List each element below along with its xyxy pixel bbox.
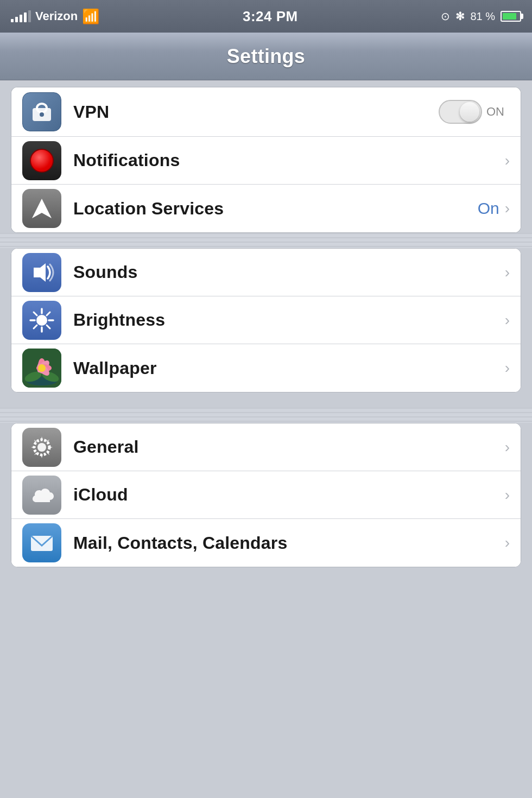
main-group: General › iCloud › xyxy=(11,423,521,567)
display-group: Sounds › Brightness › xyxy=(11,248,521,392)
svg-line-12 xyxy=(47,312,50,315)
wifi-icon: 📶 xyxy=(82,8,99,25)
signal-bar-4 xyxy=(24,12,27,22)
signal-bar-2 xyxy=(15,17,18,22)
notifications-row[interactable]: Notifications › xyxy=(11,137,521,185)
icloud-label: iCloud xyxy=(73,485,505,505)
general-row[interactable]: General › xyxy=(11,423,521,471)
svg-point-5 xyxy=(36,315,47,326)
general-label: General xyxy=(73,437,505,457)
carrier-label: Verizon xyxy=(35,9,78,23)
brightness-icon xyxy=(22,301,61,340)
vpn-svg xyxy=(28,98,55,125)
sounds-icon xyxy=(22,253,61,292)
sounds-svg xyxy=(28,259,55,286)
vpn-row[interactable]: VPN ON xyxy=(11,87,521,136)
svg-point-23 xyxy=(37,443,46,452)
page-title: Settings xyxy=(227,45,305,68)
svg-line-13 xyxy=(34,325,37,328)
battery-fill xyxy=(503,13,516,20)
sounds-row[interactable]: Sounds › xyxy=(11,249,521,296)
mail-row[interactable]: Mail, Contacts, Calendars › xyxy=(11,519,521,567)
brightness-row[interactable]: Brightness › xyxy=(11,296,521,344)
brightness-label: Brightness xyxy=(73,310,505,330)
mail-icon xyxy=(22,523,61,562)
vpn-toggle-label: ON xyxy=(486,105,504,119)
mail-svg xyxy=(27,528,56,558)
location-services-label: Location Services xyxy=(73,199,478,219)
wallpaper-label: Wallpaper xyxy=(73,358,505,378)
battery-percent: 81 % xyxy=(470,10,495,23)
location-svg xyxy=(30,197,54,220)
sounds-label: Sounds xyxy=(73,262,505,282)
vpn-toggle[interactable]: ON xyxy=(439,100,504,124)
icloud-svg xyxy=(27,480,56,510)
svg-marker-4 xyxy=(34,263,46,282)
location-services-value: On xyxy=(478,199,499,218)
battery-indicator xyxy=(501,11,521,22)
wallpaper-svg xyxy=(22,349,61,388)
status-right: ⊙ ✻ 81 % xyxy=(441,10,521,23)
signal-bars xyxy=(11,10,31,22)
notifications-icon xyxy=(22,141,61,180)
vpn-section-top: VPN ON xyxy=(11,87,521,137)
status-bar: Verizon 📶 3:24 PM ⊙ ✻ 81 % xyxy=(0,0,532,33)
spacer-2 xyxy=(0,408,532,423)
icloud-row[interactable]: iCloud › xyxy=(11,471,521,519)
brightness-svg xyxy=(28,307,55,334)
location-services-chevron: › xyxy=(505,200,510,217)
time-display: 3:24 PM xyxy=(243,8,298,25)
vpn-icon xyxy=(22,92,61,131)
clock-icon: ⊙ xyxy=(441,10,450,23)
spacer-1 xyxy=(0,233,532,248)
icloud-icon xyxy=(22,476,61,515)
svg-marker-3 xyxy=(32,199,52,218)
icloud-chevron: › xyxy=(505,486,510,504)
status-left: Verizon 📶 xyxy=(11,8,99,25)
mail-label: Mail, Contacts, Calendars xyxy=(73,533,505,553)
notifications-label: Notifications xyxy=(73,150,505,170)
nav-bar: Settings xyxy=(0,33,532,80)
general-chevron: › xyxy=(505,439,510,456)
sounds-chevron: › xyxy=(505,264,510,281)
vpn-toggle-track[interactable] xyxy=(439,100,482,124)
vpn-label: VPN xyxy=(73,102,439,122)
settings-content: VPN ON Notifications › Location Ser xyxy=(0,87,532,567)
svg-point-22 xyxy=(38,364,46,372)
mail-chevron: › xyxy=(505,534,510,552)
notifications-red-dot xyxy=(30,149,54,173)
top-group: Notifications › Location Services On › xyxy=(11,137,521,233)
svg-line-10 xyxy=(34,312,37,315)
bluetooth-icon: ✻ xyxy=(455,10,465,23)
general-svg xyxy=(28,434,55,461)
svg-point-2 xyxy=(40,112,44,117)
wallpaper-icon xyxy=(22,349,61,388)
signal-bar-5 xyxy=(28,10,31,22)
signal-bar-1 xyxy=(11,19,14,22)
vpn-toggle-thumb xyxy=(460,102,479,122)
wallpaper-row[interactable]: Wallpaper › xyxy=(11,344,521,392)
general-icon xyxy=(22,428,61,467)
location-services-row[interactable]: Location Services On › xyxy=(11,185,521,232)
wallpaper-chevron: › xyxy=(505,359,510,377)
notifications-chevron: › xyxy=(505,152,510,169)
svg-line-11 xyxy=(47,325,50,328)
signal-bar-3 xyxy=(20,15,22,22)
location-icon xyxy=(22,189,61,228)
brightness-chevron: › xyxy=(505,312,510,329)
